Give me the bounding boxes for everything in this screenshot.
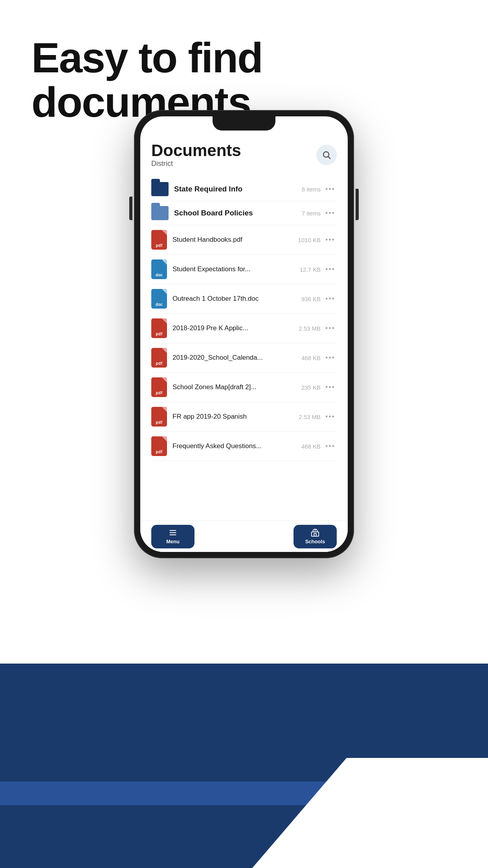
doc-icon: doc — [151, 289, 167, 309]
search-button[interactable] — [316, 145, 337, 165]
svg-rect-7 — [314, 533, 316, 536]
file-size: 235 KB — [301, 384, 321, 391]
list-item[interactable]: pdf FR app 2019-20 Spanish 2.53 MB ••• — [151, 402, 337, 432]
file-name: 2018-2019 Pre K Applic... — [172, 324, 299, 332]
folder-name: State Required Info — [174, 185, 302, 193]
file-name: Outreach 1 October 17th.doc — [172, 295, 301, 303]
folder-count: 8 items — [302, 186, 321, 193]
pdf-icon: pdf — [151, 377, 167, 397]
phone-screen: Documents District State Required Info 8 — [140, 116, 348, 552]
file-name: Student Handbooks.pdf — [172, 236, 298, 244]
app-content: Documents District State Required Info 8 — [140, 134, 348, 520]
phone-wrapper: Documents District State Required Info 8 — [134, 110, 354, 558]
pdf-icon: pdf — [151, 407, 167, 427]
list-item[interactable]: State Required Info 8 items ••• — [151, 177, 337, 201]
file-size: 468 KB — [301, 355, 321, 361]
search-icon — [322, 150, 331, 160]
file-size: 12.7 KB — [300, 266, 321, 273]
file-size: 936 KB — [301, 296, 321, 302]
more-options-button[interactable]: ••• — [324, 208, 337, 219]
documents-title: Documents — [151, 142, 241, 160]
folder-name: School Board Policies — [174, 209, 302, 217]
pdf-icon: pdf — [151, 436, 167, 456]
more-options-button[interactable]: ••• — [324, 234, 337, 246]
file-name: School Zones Map[draft 2]... — [172, 383, 301, 391]
svg-point-0 — [323, 152, 329, 157]
more-options-button[interactable]: ••• — [324, 323, 337, 334]
file-name: 2019-2020_School_Calenda... — [172, 354, 301, 362]
list-item[interactable]: pdf School Zones Map[draft 2]... 235 KB … — [151, 373, 337, 402]
menu-icon — [169, 528, 177, 537]
schools-nav-button[interactable]: Schools — [294, 525, 337, 548]
folder-count: 7 items — [302, 210, 321, 217]
list-item[interactable]: doc Student Expectations for... 12.7 KB … — [151, 255, 337, 284]
folder-light-icon — [151, 206, 169, 220]
file-name: FR app 2019-20 Spanish — [172, 413, 299, 421]
file-name: Student Expectations for... — [172, 265, 300, 273]
file-size: 1010 KB — [298, 237, 321, 243]
schools-nav-label: Schools — [305, 539, 325, 544]
file-size: 468 KB — [301, 443, 321, 450]
phone-notch — [213, 116, 275, 131]
schools-icon — [311, 528, 319, 537]
file-size: 2.53 MB — [299, 325, 321, 332]
svg-line-1 — [328, 157, 331, 159]
list-item[interactable]: doc Outreach 1 October 17th.doc 936 KB •… — [151, 284, 337, 314]
bottom-nav: Menu Schools — [140, 520, 348, 552]
pdf-icon: pdf — [151, 230, 167, 250]
list-item[interactable]: pdf Student Handbooks.pdf 1010 KB ••• — [151, 225, 337, 255]
svg-rect-5 — [312, 532, 319, 536]
more-options-button[interactable]: ••• — [324, 411, 337, 423]
menu-nav-button[interactable]: Menu — [151, 525, 194, 548]
phone-frame: Documents District State Required Info 8 — [134, 110, 354, 558]
doc-icon: doc — [151, 259, 167, 279]
page-header: Easy to find documents — [0, 0, 488, 125]
more-options-button[interactable]: ••• — [324, 184, 337, 195]
file-size: 2.53 MB — [299, 414, 321, 420]
list-item[interactable]: School Board Policies 7 items ••• — [151, 201, 337, 225]
documents-subtitle: District — [151, 160, 241, 168]
documents-header: Documents District — [151, 134, 337, 176]
title-block: Documents District — [151, 142, 241, 176]
list-item[interactable]: pdf 2019-2020_School_Calenda... 468 KB •… — [151, 343, 337, 373]
more-options-button[interactable]: ••• — [324, 264, 337, 275]
file-name: Frequently Asked Questions... — [172, 442, 301, 450]
folder-dark-icon — [151, 182, 169, 196]
pdf-icon: pdf — [151, 348, 167, 368]
more-options-button[interactable]: ••• — [324, 352, 337, 364]
more-options-button[interactable]: ••• — [324, 382, 337, 393]
list-item[interactable]: pdf Frequently Asked Questions... 468 KB… — [151, 432, 337, 461]
list-item[interactable]: pdf 2018-2019 Pre K Applic... 2.53 MB ••… — [151, 314, 337, 343]
more-options-button[interactable]: ••• — [324, 441, 337, 452]
more-options-button[interactable]: ••• — [324, 293, 337, 305]
pdf-icon: pdf — [151, 318, 167, 338]
menu-nav-label: Menu — [166, 539, 180, 544]
